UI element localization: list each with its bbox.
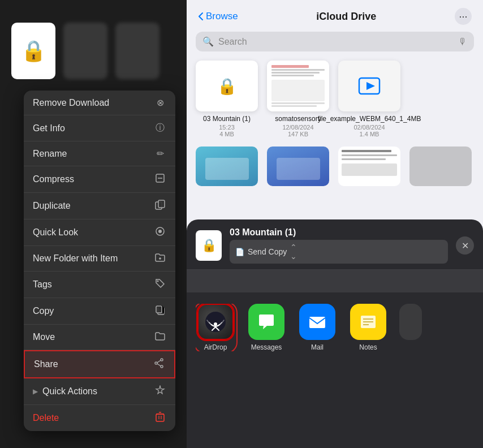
blurred-thumb-1 xyxy=(63,23,107,79)
share-lock-icon: 🔒 xyxy=(201,238,217,253)
file-meta-webm-1: 02/08/2024 xyxy=(353,124,385,131)
search-bar[interactable]: 🔍 Search 🎙 xyxy=(196,32,474,51)
compress-icon xyxy=(154,173,166,186)
thumbnail-row: 🔒 xyxy=(11,23,159,79)
svg-point-8 xyxy=(157,281,159,282)
mail-label: Mail xyxy=(311,343,324,351)
menu-item-new-folder[interactable]: New Folder with Item xyxy=(24,246,175,272)
remove-download-icon: ⊗ xyxy=(154,97,166,108)
share-close-button[interactable]: ✕ xyxy=(456,236,474,255)
notes-icon xyxy=(350,304,386,340)
more-apps-icon xyxy=(399,304,422,340)
file-name-webm: file_example_WEBM_640_1_4MB xyxy=(318,115,421,124)
menu-item-delete[interactable]: Delete xyxy=(24,405,175,431)
left-panel: 🔒 Remove Download ⊗ Get Info ⓘ Rename ✏ … xyxy=(0,0,187,448)
search-icon: 🔍 xyxy=(202,36,214,47)
context-menu: Remove Download ⊗ Get Info ⓘ Rename ✏ Co… xyxy=(24,91,175,431)
svg-line-14 xyxy=(157,360,161,363)
svg-point-13 xyxy=(161,365,163,368)
file-thumb-somatosensory xyxy=(267,61,329,111)
delete-trash-icon xyxy=(154,412,166,424)
svg-marker-22 xyxy=(366,82,375,90)
share-action-dropdown[interactable]: 📄 Send Copy ⌃⌄ xyxy=(230,240,448,264)
share-app-more[interactable] xyxy=(399,304,422,351)
microphone-icon: 🎙 xyxy=(458,37,467,47)
menu-item-tags[interactable]: Tags xyxy=(24,272,175,298)
back-label: Browse xyxy=(206,11,238,22)
menu-item-quick-look[interactable]: Quick Look xyxy=(24,219,175,246)
quick-look-icon xyxy=(154,226,166,239)
file-meta-soma-1: 12/08/2024 xyxy=(282,124,313,131)
file-name-somatosensory: somatosensory xyxy=(275,115,321,124)
file-extra[interactable] xyxy=(409,147,472,186)
file-meta-soma-2: 147 KB xyxy=(288,131,308,137)
main-thumbnail: 🔒 xyxy=(11,23,55,79)
share-apps-row: AirDrop Messages xyxy=(196,304,474,351)
file-lock-icon: 🔒 xyxy=(217,77,237,96)
new-folder-icon xyxy=(154,253,166,264)
share-dropdown-arrow-icon: ⌃⌄ xyxy=(290,243,297,261)
svg-point-24 xyxy=(214,322,217,326)
share-app-notes[interactable]: Notes xyxy=(348,304,388,351)
share-file-thumb: 🔒 xyxy=(196,230,222,261)
file-item-webm[interactable]: file_example_WEBM_640_1_4MB 02/08/2024 1… xyxy=(338,61,400,137)
get-info-icon: ⓘ xyxy=(154,122,166,134)
file-thumb-webm xyxy=(338,61,400,111)
file-thumb-mountain: 🔒 xyxy=(196,61,258,111)
top-bar: Browse iCloud Drive ··· xyxy=(187,0,483,29)
share-doc-icon: 📄 xyxy=(235,248,244,256)
menu-item-quick-actions[interactable]: ▶ Quick Actions xyxy=(24,378,175,405)
page-title: iCloud Drive xyxy=(316,11,376,23)
svg-point-12 xyxy=(155,362,157,364)
duplicate-icon xyxy=(154,200,166,212)
share-app-messages[interactable]: Messages xyxy=(247,304,286,351)
svg-line-15 xyxy=(157,364,161,366)
file-meta-webm-2: 1.4 MB xyxy=(360,131,380,137)
file-meta-mountain-2: 4 MB xyxy=(219,131,234,137)
notes-label: Notes xyxy=(359,343,377,351)
more-button[interactable]: ··· xyxy=(455,8,472,25)
folder-teal[interactable] xyxy=(196,147,258,186)
file-item-somatosensory[interactable]: somatosensory 12/08/2024 147 KB xyxy=(267,61,329,137)
share-action-label: Send Copy xyxy=(248,247,287,256)
copy-icon xyxy=(154,305,166,317)
share-gray-area xyxy=(187,270,483,292)
search-placeholder: Search xyxy=(218,37,454,47)
files-grid: 🔒 03 Mountain (1) 15:23 4 MB somatosenso… xyxy=(187,58,483,147)
svg-point-5 xyxy=(158,230,162,233)
share-apps-area: AirDrop Messages xyxy=(187,292,483,357)
back-button[interactable]: Browse xyxy=(198,11,238,22)
menu-item-remove-download[interactable]: Remove Download ⊗ xyxy=(24,91,175,115)
menu-item-share[interactable]: Share xyxy=(24,350,175,378)
menu-item-compress[interactable]: Compress xyxy=(24,166,175,193)
menu-item-copy[interactable]: Copy xyxy=(24,298,175,325)
menu-item-rename[interactable]: Rename ✏ xyxy=(24,141,175,166)
mail-icon xyxy=(299,304,335,340)
quick-actions-arrow: ▶ xyxy=(33,387,38,395)
share-app-mail[interactable]: Mail xyxy=(297,304,337,351)
file-item-mountain[interactable]: 🔒 03 Mountain (1) 15:23 4 MB xyxy=(196,61,258,137)
move-folder-icon xyxy=(154,331,166,343)
messages-icon xyxy=(248,304,284,340)
messages-label: Messages xyxy=(251,343,282,351)
svg-rect-16 xyxy=(156,414,164,421)
svg-rect-10 xyxy=(156,306,162,313)
share-file-name: 03 Mountain (1) xyxy=(230,227,448,238)
menu-item-duplicate[interactable]: Duplicate xyxy=(24,193,175,219)
svg-rect-27 xyxy=(309,317,325,328)
files-row-2 xyxy=(187,147,483,186)
svg-rect-3 xyxy=(158,200,165,208)
share-header: 🔒 03 Mountain (1) 📄 Send Copy ⌃⌄ ✕ xyxy=(187,219,483,270)
tags-icon xyxy=(154,278,166,291)
menu-item-get-info[interactable]: Get Info ⓘ xyxy=(24,115,175,141)
rename-icon: ✏ xyxy=(154,148,166,159)
folder-blue[interactable] xyxy=(267,147,329,186)
menu-item-move[interactable]: Move xyxy=(24,325,175,350)
svg-point-11 xyxy=(161,359,163,361)
share-app-airdrop[interactable]: AirDrop xyxy=(196,304,235,351)
airdrop-label: AirDrop xyxy=(204,343,227,351)
file-name-mountain: 03 Mountain (1) xyxy=(203,115,251,124)
file-meta-mountain-1: 15:23 xyxy=(219,124,235,131)
quick-actions-icon xyxy=(154,385,166,398)
file-article[interactable] xyxy=(338,147,400,186)
